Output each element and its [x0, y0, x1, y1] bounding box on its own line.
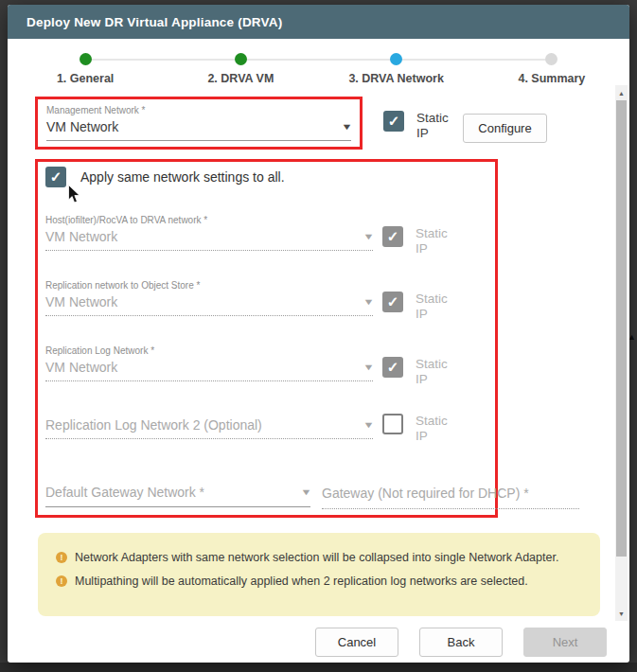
step-general[interactable]: 1. General — [8, 48, 163, 92]
host-iofilter-network-value: VM Network — [45, 229, 117, 244]
warning-icon: ! — [56, 552, 67, 563]
management-network-label: Management Network * — [46, 105, 351, 115]
dialog-title: Deploy New DR Virtual Appliance (DRVA) — [27, 15, 282, 29]
host-iofilter-network-select: VM Network ▼ — [45, 229, 373, 251]
highlight-box-management: Management Network * VM Network ▼ — [35, 97, 363, 150]
apply-all-label: Apply same network settings to all. — [80, 169, 285, 185]
static-ip-label: Static IP — [416, 414, 459, 444]
host-iofilter-network-label: Host(iofilter)/RocVA to DRVA network * — [45, 215, 373, 225]
notice-box: ! Network Adapters with same network sel… — [38, 533, 600, 616]
host-iofilter-static-ip-checkbox: ✓ — [382, 226, 403, 247]
step-drva-network[interactable]: 3. DRVA Network — [319, 48, 474, 92]
wizard-stepper: 1. General 2. DRVA VM 3. DRVA Network 4.… — [8, 48, 629, 92]
scrollbar-thumb[interactable] — [616, 100, 627, 557]
dialog-header: Deploy New DR Virtual Appliance (DRVA) — [8, 5, 629, 39]
step-summary[interactable]: 4. Summary — [474, 48, 629, 92]
next-button: Next — [523, 628, 607, 657]
scroll-down-icon[interactable]: ▼ — [615, 607, 628, 620]
chevron-down-icon: ▼ — [363, 363, 374, 372]
replication-object-store-value: VM Network — [45, 294, 117, 309]
apply-all-checkbox[interactable]: ✓ — [45, 167, 66, 187]
management-network-value: VM Network — [46, 119, 118, 134]
step-label: 2. DRVA VM — [207, 72, 274, 85]
chevron-down-icon: ▼ — [341, 122, 352, 132]
default-gateway-network-select: Default Gateway Network * ▼ — [45, 485, 310, 507]
cancel-button[interactable]: Cancel — [315, 628, 398, 657]
check-icon: ✓ — [387, 293, 399, 310]
static-ip-label: Static IP — [416, 226, 459, 256]
chevron-down-icon: ▼ — [363, 420, 374, 430]
step-label: 1. General — [57, 72, 114, 85]
back-button[interactable]: Back — [419, 628, 503, 657]
highlight-box-network-settings: ✓ Apply same network settings to all. Ho… — [35, 159, 498, 518]
static-ip-label: Static IP — [416, 292, 459, 322]
replication-log-network-label: Replication Log Network * — [45, 345, 373, 356]
scroll-up-icon[interactable]: ▲ — [615, 86, 628, 99]
warning-icon: ! — [56, 575, 67, 587]
scrollbar[interactable]: ▲ ▼ — [615, 85, 628, 621]
static-ip-label: Static IP — [416, 357, 459, 387]
notice-text: Multipathing will be automatically appli… — [75, 575, 528, 588]
notice-row: ! Multipathing will be automatically app… — [56, 575, 587, 588]
step-active-dot — [390, 53, 402, 65]
step-label: 3. DRVA Network — [348, 72, 444, 85]
notice-text: Network Adapters with same network selec… — [75, 551, 558, 564]
replication-log-2-static-ip-checkbox — [382, 414, 403, 434]
chevron-down-icon: ▼ — [300, 487, 311, 497]
chevron-down-icon: ▼ — [363, 297, 374, 307]
dialog-footer: Cancel Back Next — [315, 628, 607, 657]
step-label: 4. Summary — [518, 72, 585, 85]
management-static-ip-checkbox[interactable]: ✓ — [383, 111, 404, 132]
check-icon: ✓ — [50, 168, 62, 186]
notice-row: ! Network Adapters with same network sel… — [56, 551, 587, 564]
mouse-cursor — [67, 185, 80, 204]
gateway-ip-input: Gateway (Not required for DHCP) * — [322, 485, 579, 509]
backdrop-bottom-strip — [0, 663, 637, 672]
check-icon: ✓ — [387, 228, 399, 245]
replication-object-store-select: VM Network ▼ — [45, 294, 373, 316]
step-complete-dot — [80, 53, 92, 65]
check-icon: ✓ — [388, 113, 400, 130]
replication-log-static-ip-checkbox: ✓ — [382, 357, 403, 378]
step-drva-vm[interactable]: 2. DRVA VM — [163, 48, 318, 92]
check-icon: ✓ — [387, 359, 399, 376]
configure-button[interactable]: Configure — [463, 114, 547, 143]
management-network-select[interactable]: VM Network ▼ — [46, 119, 351, 141]
static-ip-label: Static IP — [416, 111, 460, 141]
chevron-down-icon: ▼ — [363, 232, 374, 241]
replication-log-network-2-placeholder: Replication Log Network 2 (Optional) — [45, 417, 262, 433]
replication-log-network-value: VM Network — [45, 360, 117, 375]
step-pending-dot — [545, 53, 557, 65]
replication-log-network-select: VM Network ▼ — [45, 360, 373, 381]
replication-log-network-2-select: Replication Log Network 2 (Optional) ▼ — [45, 417, 373, 439]
default-gateway-network-placeholder: Default Gateway Network * — [45, 485, 204, 500]
gateway-ip-placeholder: Gateway (Not required for DHCP) * — [322, 486, 529, 501]
step-complete-dot — [235, 53, 247, 65]
replication-object-store-label: Replication network to Object Store * — [45, 280, 373, 291]
replication-object-store-static-ip-checkbox: ✓ — [382, 292, 403, 312]
deploy-drva-dialog: Deploy New DR Virtual Appliance (DRVA) 1… — [8, 5, 629, 663]
